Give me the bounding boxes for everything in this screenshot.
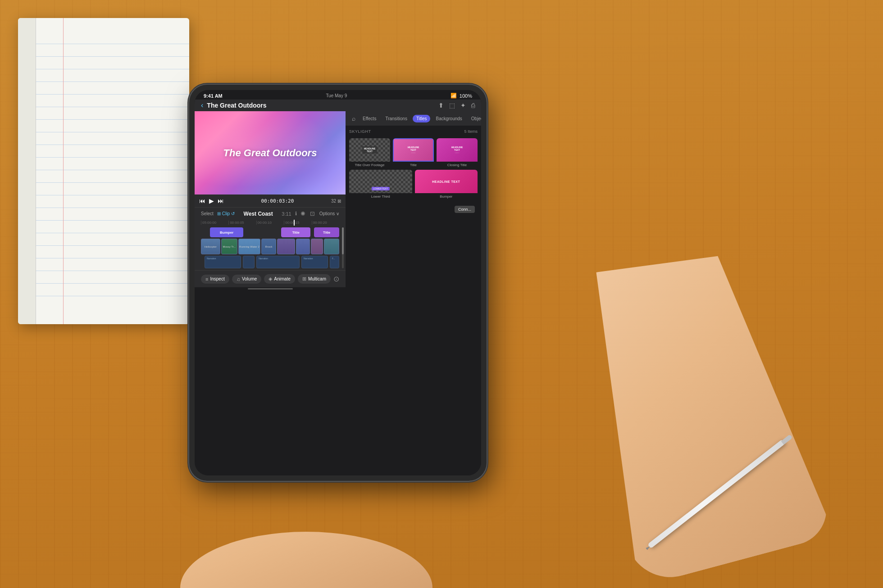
ruler-mark: 00:00:20 bbox=[312, 221, 339, 225]
clip-label[interactable]: ⊞ Clip ↺ bbox=[217, 211, 235, 216]
timeline-header: Select ⊞ Clip ↺ West Coast 3:11 ℹ ✺ ⊡ Op… bbox=[195, 207, 346, 220]
notebook-binding bbox=[18, 18, 36, 324]
video-clip-8[interactable] bbox=[324, 239, 339, 254]
back-button[interactable]: ‹ bbox=[201, 101, 203, 109]
title-thumb[interactable]: HEADLINETEXT········ Title bbox=[393, 138, 434, 167]
hand-right bbox=[557, 231, 834, 588]
share-icon[interactable]: ⎙ bbox=[471, 102, 475, 109]
ruler-mark: 00:00:15 bbox=[284, 221, 311, 225]
timeline-title: West Coast bbox=[238, 211, 278, 217]
bumper-clip[interactable]: Bumper bbox=[210, 227, 243, 237]
tab-backgrounds[interactable]: Backgrounds bbox=[432, 115, 465, 122]
connect-button[interactable]: Conn... bbox=[455, 206, 475, 213]
audio-clip-narration-2[interactable]: Narration bbox=[256, 256, 300, 268]
fast-forward-button[interactable]: ⏭ bbox=[218, 197, 224, 204]
info-icon[interactable]: ℹ bbox=[295, 211, 297, 217]
browser-content: SKYLIGHT 5 Items HEADLINETEXT Title Over… bbox=[346, 126, 481, 475]
notebook-margin bbox=[63, 18, 64, 324]
timecode-display: 00:00:03:20 bbox=[228, 198, 328, 204]
tab-objects[interactable]: Objects bbox=[468, 115, 481, 122]
clip-text: Clip bbox=[222, 211, 230, 216]
timeline-ruler: 05:00:00 00:00:05 00:00:10 00:00:15 00:0… bbox=[195, 220, 346, 226]
title-label: Title bbox=[393, 162, 434, 167]
audio-clip-we[interactable] bbox=[243, 256, 255, 268]
timeline-icons-right: ✺ ⊡ Options ∨ bbox=[300, 210, 339, 217]
multicam-button[interactable]: ⊞ Multicam bbox=[298, 274, 331, 284]
scrollbar-thumb[interactable] bbox=[342, 227, 344, 254]
zoom-control[interactable]: 32 ⊠ bbox=[331, 199, 341, 204]
magic-wand-icon[interactable]: ✦ bbox=[460, 102, 466, 109]
video-clip-6[interactable] bbox=[296, 239, 310, 254]
video-clip-water[interactable]: Running Water 2 bbox=[238, 239, 260, 254]
video-clip-brook[interactable]: Brook bbox=[261, 239, 277, 254]
bumper-thumb[interactable]: HEADLINE TEXT Bumper bbox=[415, 170, 478, 199]
search-icon[interactable]: ⌕ bbox=[350, 114, 357, 123]
rewind-button[interactable]: ⏮ bbox=[199, 197, 205, 204]
video-clip-5[interactable] bbox=[277, 239, 295, 254]
timeline-scrollbar[interactable] bbox=[342, 227, 344, 268]
notebook-lines bbox=[36, 18, 189, 324]
audio-clip-f[interactable]: F... bbox=[330, 256, 339, 268]
ruler-mark: 05:00:00 bbox=[201, 221, 228, 225]
audio-clip-narration-3[interactable]: Narration bbox=[301, 256, 328, 268]
inspect-label: Inspect bbox=[210, 276, 224, 281]
zoom-value: 32 bbox=[331, 199, 336, 204]
audio-clip-narration-1[interactable]: Narration bbox=[205, 256, 241, 268]
tab-transitions[interactable]: Transitions bbox=[382, 115, 411, 122]
title-track: Bumper Title Title bbox=[201, 227, 339, 237]
waveform-3: Narration bbox=[257, 256, 299, 268]
tab-titles[interactable]: Titles bbox=[413, 115, 431, 122]
clip-refresh-icon: ↺ bbox=[231, 211, 235, 216]
title-preview: HEADLINETEXT········ bbox=[393, 138, 434, 162]
video-preview[interactable]: The Great Outdoors bbox=[195, 111, 346, 194]
video-clip-helicopter[interactable]: Helicopter bbox=[201, 239, 220, 254]
video-clip-mossy[interactable]: Mossy Tr... bbox=[221, 239, 238, 254]
tab-effects[interactable]: Effects bbox=[359, 115, 380, 122]
section-label: SKYLIGHT bbox=[349, 129, 371, 134]
lower-third-preview: LOWER TEXT bbox=[349, 170, 412, 193]
hand-left bbox=[171, 475, 442, 588]
video-panel: The Great Outdoors ⏮ ▶ ⏭ 00:00:03:20 32 … bbox=[195, 111, 346, 475]
project-title: The Great Outdoors bbox=[207, 102, 435, 109]
browser-header-row: SKYLIGHT 5 Items bbox=[349, 129, 478, 136]
notebook bbox=[18, 18, 189, 324]
battery-icon: 100% bbox=[460, 93, 472, 99]
title-over-footage-preview: HEADLINETEXT bbox=[349, 138, 390, 162]
closing-thumb-headline: HEADLINETEXT········· bbox=[451, 146, 463, 154]
clip-icon: ⊞ bbox=[217, 211, 221, 216]
display-icon[interactable]: ⊡ bbox=[310, 210, 315, 217]
waveform-2 bbox=[243, 256, 254, 268]
status-bar: 9:41 AM Tue May 9 📶 100% bbox=[195, 90, 481, 100]
status-right: 📶 100% bbox=[451, 93, 472, 99]
waveform-4: Narration bbox=[302, 256, 328, 268]
volume-button[interactable]: ♫ Volume bbox=[232, 275, 262, 284]
video-clip-7[interactable] bbox=[311, 239, 323, 254]
upload-icon[interactable]: ⬆ bbox=[438, 102, 444, 109]
playhead bbox=[294, 220, 295, 226]
closing-title-preview: HEADLINETEXT········· bbox=[437, 138, 478, 162]
inspect-button[interactable]: ≡ Inspect bbox=[201, 275, 229, 284]
title-clip-1[interactable]: Title bbox=[281, 227, 310, 237]
title-clip-2[interactable]: Title bbox=[314, 227, 339, 237]
lower-third-label: Lower Third bbox=[349, 193, 412, 199]
checkmark-icon[interactable]: ⊙ bbox=[333, 275, 339, 283]
lower-third-thumb[interactable]: LOWER TEXT Lower Third bbox=[349, 170, 412, 199]
options-button[interactable]: Options ∨ bbox=[319, 211, 339, 216]
sun-icon[interactable]: ✺ bbox=[300, 210, 305, 217]
titles-grid-row2: LOWER TEXT Lower Third HEADLINE TEXT Bum… bbox=[349, 170, 478, 199]
bumper-preview: HEADLINE TEXT bbox=[415, 170, 478, 193]
ipad-screen: 9:41 AM Tue May 9 📶 100% ‹ The Great Out… bbox=[195, 90, 481, 475]
audio-track: Narration Narration bbox=[201, 256, 339, 268]
title-over-footage-thumb[interactable]: HEADLINETEXT Title Over Footage bbox=[349, 138, 390, 167]
camera-icon[interactable]: ⬚ bbox=[449, 102, 455, 109]
ruler-marks: 05:00:00 00:00:05 00:00:10 00:00:15 00:0… bbox=[201, 221, 339, 225]
lower-third-tag: LOWER TEXT bbox=[372, 187, 390, 190]
zoom-icon: ⊠ bbox=[337, 199, 341, 204]
play-button[interactable]: ▶ bbox=[209, 197, 214, 204]
animate-button[interactable]: ◈ Animate bbox=[264, 274, 295, 284]
item-count: 5 Items bbox=[464, 129, 478, 134]
closing-title-thumb[interactable]: HEADLINETEXT········· Closing Title bbox=[437, 138, 478, 167]
top-toolbar: ‹ The Great Outdoors ⬆ ⬚ ✦ ⎙ bbox=[195, 100, 481, 111]
ruler-mark: 00:00:05 bbox=[228, 221, 256, 225]
inspect-icon: ≡ bbox=[205, 276, 208, 282]
